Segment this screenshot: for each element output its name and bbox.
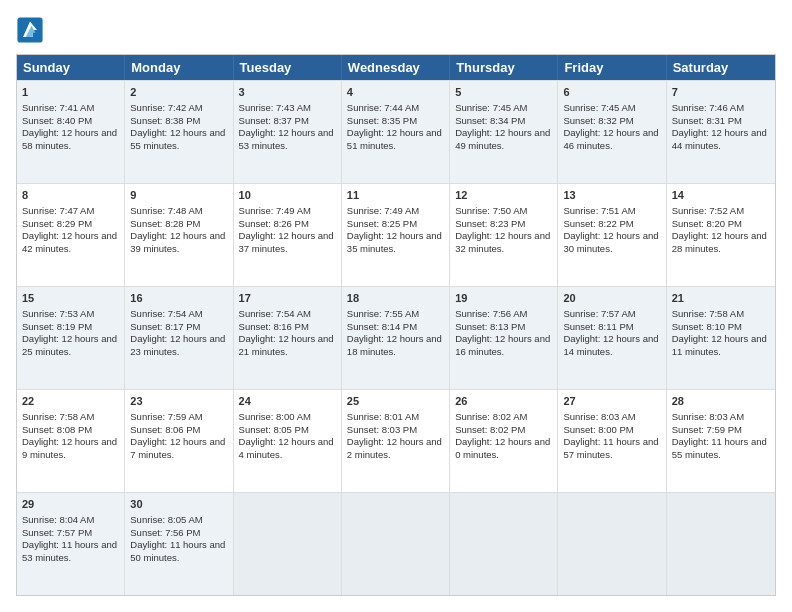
calendar-cell: 17Sunrise: 7:54 AMSunset: 8:16 PMDayligh… bbox=[234, 287, 342, 389]
calendar-cell: 27Sunrise: 8:03 AMSunset: 8:00 PMDayligh… bbox=[558, 390, 666, 492]
day-number: 2 bbox=[130, 85, 227, 100]
day-number: 8 bbox=[22, 188, 119, 203]
sunrise: Sunrise: 8:03 AM bbox=[672, 411, 744, 422]
day-number: 26 bbox=[455, 394, 552, 409]
sunrise: Sunrise: 8:03 AM bbox=[563, 411, 635, 422]
calendar-body: 1Sunrise: 7:41 AMSunset: 8:40 PMDaylight… bbox=[17, 80, 775, 595]
daylight: Daylight: 12 hours and 32 minutes. bbox=[455, 230, 550, 254]
sunset: Sunset: 8:32 PM bbox=[563, 115, 633, 126]
calendar-cell: 24Sunrise: 8:00 AMSunset: 8:05 PMDayligh… bbox=[234, 390, 342, 492]
daylight: Daylight: 12 hours and 35 minutes. bbox=[347, 230, 442, 254]
daylight: Daylight: 12 hours and 51 minutes. bbox=[347, 127, 442, 151]
sunrise: Sunrise: 8:02 AM bbox=[455, 411, 527, 422]
calendar-cell: 26Sunrise: 8:02 AMSunset: 8:02 PMDayligh… bbox=[450, 390, 558, 492]
day-number: 3 bbox=[239, 85, 336, 100]
calendar-cell: 6Sunrise: 7:45 AMSunset: 8:32 PMDaylight… bbox=[558, 81, 666, 183]
sunrise: Sunrise: 7:47 AM bbox=[22, 205, 94, 216]
sunset: Sunset: 8:13 PM bbox=[455, 321, 525, 332]
day-number: 29 bbox=[22, 497, 119, 512]
sunset: Sunset: 8:34 PM bbox=[455, 115, 525, 126]
daylight: Daylight: 12 hours and 21 minutes. bbox=[239, 333, 334, 357]
sunset: Sunset: 8:20 PM bbox=[672, 218, 742, 229]
sunrise: Sunrise: 7:45 AM bbox=[455, 102, 527, 113]
day-number: 17 bbox=[239, 291, 336, 306]
sunrise: Sunrise: 7:45 AM bbox=[563, 102, 635, 113]
sunrise: Sunrise: 7:41 AM bbox=[22, 102, 94, 113]
calendar-cell bbox=[234, 493, 342, 595]
calendar-day-header: Friday bbox=[558, 55, 666, 80]
calendar-cell: 13Sunrise: 7:51 AMSunset: 8:22 PMDayligh… bbox=[558, 184, 666, 286]
calendar-cell: 5Sunrise: 7:45 AMSunset: 8:34 PMDaylight… bbox=[450, 81, 558, 183]
day-number: 21 bbox=[672, 291, 770, 306]
calendar-cell bbox=[558, 493, 666, 595]
daylight: Daylight: 12 hours and 44 minutes. bbox=[672, 127, 767, 151]
daylight: Daylight: 12 hours and 28 minutes. bbox=[672, 230, 767, 254]
sunset: Sunset: 7:59 PM bbox=[672, 424, 742, 435]
sunset: Sunset: 8:03 PM bbox=[347, 424, 417, 435]
calendar-day-header: Saturday bbox=[667, 55, 775, 80]
sunset: Sunset: 8:08 PM bbox=[22, 424, 92, 435]
calendar-row: 1Sunrise: 7:41 AMSunset: 8:40 PMDaylight… bbox=[17, 80, 775, 183]
sunrise: Sunrise: 7:42 AM bbox=[130, 102, 202, 113]
calendar-cell: 25Sunrise: 8:01 AMSunset: 8:03 PMDayligh… bbox=[342, 390, 450, 492]
calendar-cell: 22Sunrise: 7:58 AMSunset: 8:08 PMDayligh… bbox=[17, 390, 125, 492]
day-number: 13 bbox=[563, 188, 660, 203]
sunrise: Sunrise: 7:59 AM bbox=[130, 411, 202, 422]
daylight: Daylight: 12 hours and 11 minutes. bbox=[672, 333, 767, 357]
day-number: 10 bbox=[239, 188, 336, 203]
sunset: Sunset: 8:06 PM bbox=[130, 424, 200, 435]
daylight: Daylight: 11 hours and 53 minutes. bbox=[22, 539, 117, 563]
day-number: 19 bbox=[455, 291, 552, 306]
daylight: Daylight: 12 hours and 58 minutes. bbox=[22, 127, 117, 151]
day-number: 18 bbox=[347, 291, 444, 306]
day-number: 5 bbox=[455, 85, 552, 100]
sunset: Sunset: 8:02 PM bbox=[455, 424, 525, 435]
sunset: Sunset: 8:29 PM bbox=[22, 218, 92, 229]
sunset: Sunset: 7:56 PM bbox=[130, 527, 200, 538]
sunrise: Sunrise: 7:56 AM bbox=[455, 308, 527, 319]
daylight: Daylight: 12 hours and 23 minutes. bbox=[130, 333, 225, 357]
daylight: Daylight: 12 hours and 25 minutes. bbox=[22, 333, 117, 357]
sunset: Sunset: 8:38 PM bbox=[130, 115, 200, 126]
day-number: 16 bbox=[130, 291, 227, 306]
calendar-row: 15Sunrise: 7:53 AMSunset: 8:19 PMDayligh… bbox=[17, 286, 775, 389]
calendar-cell: 21Sunrise: 7:58 AMSunset: 8:10 PMDayligh… bbox=[667, 287, 775, 389]
calendar-day-header: Wednesday bbox=[342, 55, 450, 80]
calendar-cell: 28Sunrise: 8:03 AMSunset: 7:59 PMDayligh… bbox=[667, 390, 775, 492]
daylight: Daylight: 12 hours and 55 minutes. bbox=[130, 127, 225, 151]
calendar-cell: 11Sunrise: 7:49 AMSunset: 8:25 PMDayligh… bbox=[342, 184, 450, 286]
sunrise: Sunrise: 8:01 AM bbox=[347, 411, 419, 422]
sunset: Sunset: 8:35 PM bbox=[347, 115, 417, 126]
header bbox=[16, 16, 776, 44]
day-number: 30 bbox=[130, 497, 227, 512]
sunrise: Sunrise: 7:51 AM bbox=[563, 205, 635, 216]
sunset: Sunset: 8:37 PM bbox=[239, 115, 309, 126]
logo-icon bbox=[16, 16, 44, 44]
sunset: Sunset: 8:11 PM bbox=[563, 321, 633, 332]
day-number: 14 bbox=[672, 188, 770, 203]
calendar-cell: 9Sunrise: 7:48 AMSunset: 8:28 PMDaylight… bbox=[125, 184, 233, 286]
sunrise: Sunrise: 7:49 AM bbox=[347, 205, 419, 216]
sunset: Sunset: 8:10 PM bbox=[672, 321, 742, 332]
daylight: Daylight: 12 hours and 39 minutes. bbox=[130, 230, 225, 254]
sunset: Sunset: 8:17 PM bbox=[130, 321, 200, 332]
calendar-day-header: Tuesday bbox=[234, 55, 342, 80]
sunrise: Sunrise: 7:44 AM bbox=[347, 102, 419, 113]
calendar-cell: 7Sunrise: 7:46 AMSunset: 8:31 PMDaylight… bbox=[667, 81, 775, 183]
calendar-row: 8Sunrise: 7:47 AMSunset: 8:29 PMDaylight… bbox=[17, 183, 775, 286]
sunrise: Sunrise: 8:04 AM bbox=[22, 514, 94, 525]
daylight: Daylight: 12 hours and 53 minutes. bbox=[239, 127, 334, 151]
sunset: Sunset: 8:23 PM bbox=[455, 218, 525, 229]
sunrise: Sunrise: 7:55 AM bbox=[347, 308, 419, 319]
daylight: Daylight: 12 hours and 4 minutes. bbox=[239, 436, 334, 460]
day-number: 24 bbox=[239, 394, 336, 409]
daylight: Daylight: 12 hours and 37 minutes. bbox=[239, 230, 334, 254]
sunrise: Sunrise: 7:58 AM bbox=[22, 411, 94, 422]
sunset: Sunset: 8:31 PM bbox=[672, 115, 742, 126]
sunrise: Sunrise: 8:05 AM bbox=[130, 514, 202, 525]
sunrise: Sunrise: 7:54 AM bbox=[239, 308, 311, 319]
sunrise: Sunrise: 7:53 AM bbox=[22, 308, 94, 319]
sunrise: Sunrise: 7:54 AM bbox=[130, 308, 202, 319]
day-number: 25 bbox=[347, 394, 444, 409]
sunrise: Sunrise: 7:48 AM bbox=[130, 205, 202, 216]
